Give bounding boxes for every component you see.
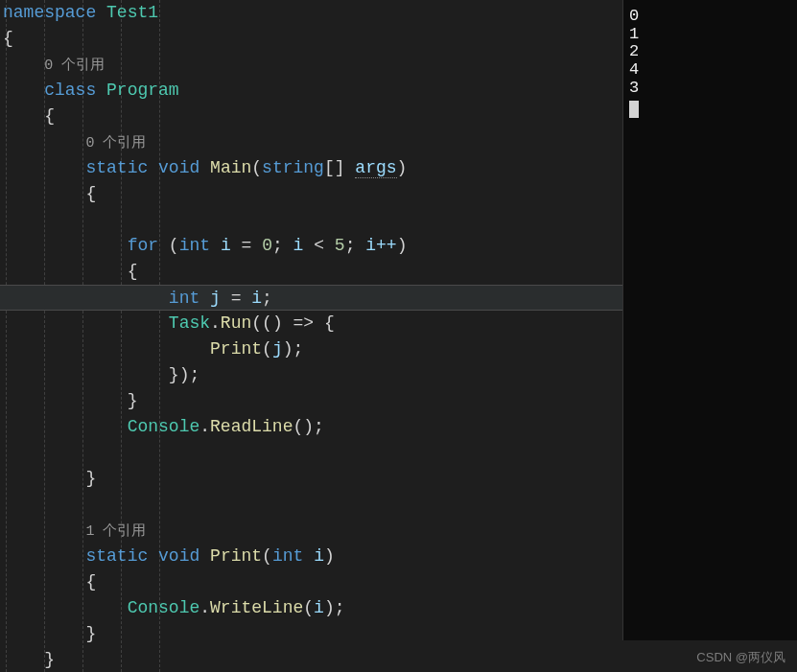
code-line[interactable]: { <box>0 104 622 129</box>
console-cursor-icon <box>629 101 639 118</box>
code-line[interactable] <box>0 440 622 466</box>
code-line[interactable]: } <box>0 388 622 414</box>
console-line: 1 <box>629 26 791 44</box>
console-output-pane[interactable]: 0 1 2 4 3 <box>622 0 797 640</box>
codelens-line[interactable]: 0 个引用 <box>0 52 622 78</box>
code-line[interactable]: { <box>0 569 622 595</box>
code-line[interactable]: Console.WriteLine(i); <box>0 595 622 621</box>
code-line[interactable]: Print(j); <box>0 336 622 362</box>
code-line[interactable]: static void Print(int i) <box>0 544 622 569</box>
code-line-highlighted[interactable]: int j = i; <box>0 285 622 311</box>
code-line[interactable]: Console.ReadLine(); <box>0 414 622 440</box>
console-line: 3 <box>629 80 791 98</box>
console-line: 4 <box>629 61 791 80</box>
codelens-line[interactable]: 1 个引用 <box>0 518 622 544</box>
console-line: 2 <box>629 43 791 61</box>
code-line[interactable]: } <box>0 647 622 672</box>
code-line[interactable]: { <box>0 26 622 52</box>
watermark-text: CSDN @两仪风 <box>696 649 785 666</box>
code-line[interactable] <box>0 207 622 233</box>
codelens-line[interactable]: 0 个引用 <box>0 129 622 155</box>
code-line[interactable]: static void Main(string[] args) <box>0 155 622 181</box>
code-editor-pane[interactable]: namespace Test1 { 0 个引用 class Program { … <box>0 0 622 672</box>
code-line[interactable]: { <box>0 259 622 285</box>
code-line[interactable]: class Program <box>0 78 622 104</box>
code-line[interactable]: Task.Run(() => { <box>0 311 622 336</box>
code-line[interactable]: { <box>0 181 622 207</box>
code-line[interactable]: namespace Test1 <box>0 0 622 26</box>
code-line[interactable]: } <box>0 621 622 647</box>
code-line[interactable]: } <box>0 466 622 492</box>
console-line: 0 <box>629 8 791 26</box>
code-line[interactable] <box>0 492 622 518</box>
code-line[interactable]: for (int i = 0; i < 5; i++) <box>0 233 622 259</box>
code-line[interactable]: }); <box>0 362 622 388</box>
